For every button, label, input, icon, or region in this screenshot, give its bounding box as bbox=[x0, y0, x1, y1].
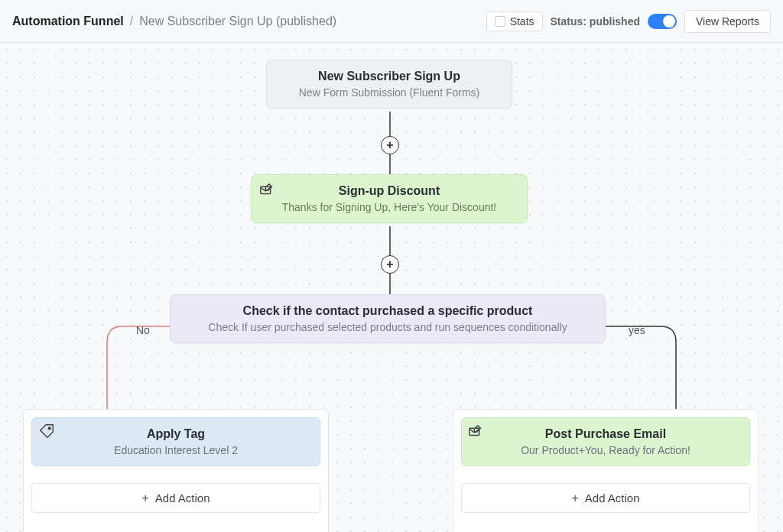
trigger-node-subtitle: New Form Submission (Fluent Forms) bbox=[281, 86, 498, 99]
header-actions: Stats Status: published View Reports bbox=[486, 10, 771, 33]
branch-label-no: No bbox=[136, 324, 150, 336]
breadcrumb-separator: / bbox=[130, 15, 133, 28]
header-bar: Automation Funnel / New Subscriber Sign … bbox=[0, 0, 783, 43]
tag-icon bbox=[38, 423, 55, 440]
plus-icon: + bbox=[571, 492, 578, 504]
publish-toggle[interactable] bbox=[648, 14, 677, 29]
view-reports-label: View Reports bbox=[696, 15, 759, 28]
apply-tag-title: Apply Tag bbox=[40, 427, 312, 441]
automation-canvas[interactable]: New Subscriber Sign Up New Form Submissi… bbox=[0, 43, 783, 532]
add-action-button-yes[interactable]: + Add Action bbox=[461, 483, 750, 513]
branch-card-no: Apply Tag Education Interest Level 2 + A… bbox=[23, 409, 329, 532]
condition-node-subtitle: Check If user purchased selected product… bbox=[184, 321, 591, 333]
view-reports-button[interactable]: View Reports bbox=[684, 10, 771, 33]
add-step-button[interactable]: + bbox=[381, 136, 399, 154]
breadcrumb: Automation Funnel / New Subscriber Sign … bbox=[12, 15, 336, 28]
condition-node-title: Check if the contact purchased a specifi… bbox=[184, 304, 591, 318]
post-purchase-title: Post Purchase Email bbox=[469, 427, 742, 441]
add-action-label: Add Action bbox=[585, 491, 640, 504]
email-node-subtitle: Thanks for Signing Up, Here's Your Disco… bbox=[265, 201, 513, 213]
branch-card-yes: Post Purchase Email Our Product+You, Rea… bbox=[453, 409, 759, 532]
svg-point-3 bbox=[48, 427, 50, 430]
email-node-discount[interactable]: Sign-up Discount Thanks for Signing Up, … bbox=[251, 174, 528, 223]
plus-icon: + bbox=[141, 492, 148, 504]
apply-tag-subtitle: Education Interest Level 2 bbox=[40, 444, 312, 456]
edit-envelope-icon bbox=[468, 423, 485, 440]
post-purchase-node[interactable]: Post Purchase Email Our Product+You, Rea… bbox=[461, 417, 750, 466]
trigger-node-title: New Subscriber Sign Up bbox=[281, 70, 498, 83]
edit-envelope-icon bbox=[259, 181, 276, 198]
funnel-title: New Subscriber Sign Up (published) bbox=[139, 15, 336, 28]
checkbox-icon bbox=[495, 16, 505, 27]
add-step-button[interactable]: + bbox=[381, 255, 399, 274]
branch-label-yes: yes bbox=[629, 324, 645, 336]
status-label: Status: published bbox=[551, 15, 640, 28]
stats-label: Stats bbox=[510, 15, 534, 28]
add-action-button-no[interactable]: + Add Action bbox=[31, 483, 320, 513]
condition-node[interactable]: Check if the contact purchased a specifi… bbox=[170, 294, 606, 343]
add-action-label: Add Action bbox=[155, 491, 210, 504]
app-title: Automation Funnel bbox=[12, 15, 124, 28]
trigger-node[interactable]: New Subscriber Sign Up New Form Submissi… bbox=[266, 60, 512, 109]
toggle-knob-icon bbox=[663, 15, 675, 28]
stats-toggle[interactable]: Stats bbox=[486, 11, 543, 31]
apply-tag-node[interactable]: Apply Tag Education Interest Level 2 bbox=[31, 417, 320, 466]
post-purchase-subtitle: Our Product+You, Ready for Action! bbox=[469, 444, 742, 456]
email-node-title: Sign-up Discount bbox=[265, 184, 513, 198]
